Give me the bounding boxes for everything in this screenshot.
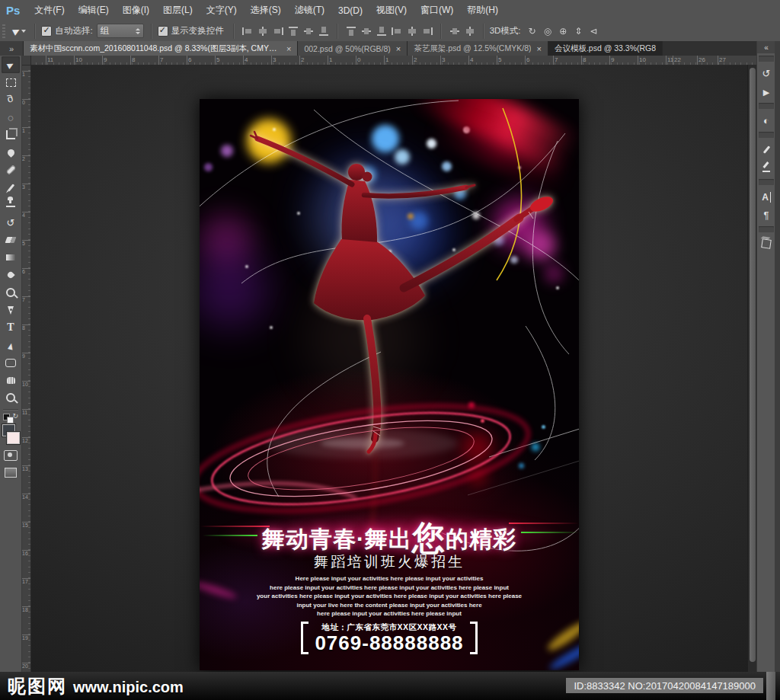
align-center-h-button[interactable] <box>303 27 314 36</box>
menu-item-3[interactable]: 图层(L) <box>156 0 200 21</box>
menu-item-0[interactable]: 文件(F) <box>27 0 71 21</box>
horizontal-ruler[interactable]: 111098765432101234567891011222627 <box>30 56 756 66</box>
actions-panel-button[interactable] <box>757 82 775 101</box>
type-tool[interactable] <box>2 319 20 336</box>
3d-scale-icon[interactable]: ⊲ <box>590 26 597 37</box>
3d-rotate-icon[interactable]: ↻ <box>529 26 536 37</box>
3d-panel-button[interactable] <box>757 235 775 253</box>
align-right-button[interactable] <box>273 27 283 36</box>
align-center-v-button[interactable] <box>257 27 268 36</box>
3d-roll-icon[interactable]: ◎ <box>544 26 551 37</box>
ruler-tick <box>28 347 30 347</box>
move-tool[interactable] <box>2 56 20 73</box>
tab-title: 素材中国sccnn.com_201608011048.psd @ 8.33%(图… <box>30 43 281 54</box>
ruler-label: 20 <box>22 663 28 669</box>
ruler-tick <box>656 62 657 65</box>
menu-item-2[interactable]: 图像(I) <box>116 0 156 21</box>
distribute-left-button[interactable] <box>392 27 402 36</box>
hand-tool[interactable] <box>2 372 20 388</box>
canvas-area[interactable]: 舞动青春·舞出您的精彩 舞蹈培训班火爆招生 Here please input … <box>30 65 747 672</box>
adjustments-panel-button[interactable] <box>757 111 775 129</box>
rect-marquee-tool[interactable] <box>2 74 20 91</box>
distribute-bottom-button[interactable] <box>376 27 387 36</box>
eyedropper-tool[interactable] <box>2 144 20 161</box>
doc-tab-2[interactable]: 茶艺展架.psd @ 12.5%(CMYK/8)× <box>408 41 548 56</box>
menu-item-8[interactable]: 视图(V) <box>369 0 414 21</box>
doc-tab-1[interactable]: 002.psd @ 50%(RGB/8)× <box>298 41 408 56</box>
distribute-center-button[interactable] <box>361 27 372 36</box>
history-brush-tool[interactable] <box>2 214 20 231</box>
ruler-tick <box>28 341 30 342</box>
ruler-corner[interactable] <box>21 56 31 66</box>
pen-tool[interactable] <box>2 302 20 318</box>
paragraph-panel-button[interactable] <box>757 206 775 224</box>
scrollbar-thumb[interactable] <box>750 68 756 662</box>
menu-item-4[interactable]: 文字(Y) <box>200 0 244 21</box>
quick-mask-button[interactable] <box>4 450 18 461</box>
vertical-ruler[interactable]: 101234567891011121314151617181920 <box>21 65 31 672</box>
history-panel-button[interactable] <box>757 64 775 82</box>
menu-item-1[interactable]: 编辑(E) <box>72 0 116 21</box>
menu-item-7[interactable]: 3D(D) <box>331 0 369 21</box>
distribute-center-v-button[interactable] <box>407 27 417 36</box>
stepper-icon <box>136 28 140 34</box>
ruler-label: 6 <box>22 269 25 274</box>
3d-slide-icon[interactable]: ⇕ <box>574 26 582 37</box>
align-left-button[interactable] <box>242 27 253 36</box>
swap-colors-icon[interactable]: ↻ <box>12 412 18 420</box>
ruler-label: 9 <box>611 56 614 63</box>
brush-tool[interactable] <box>2 179 20 196</box>
collapse-panels-icon[interactable] <box>757 41 775 53</box>
spot-healing-tool[interactable] <box>2 161 20 178</box>
eraser-tool[interactable] <box>2 232 20 248</box>
crop-tool[interactable] <box>2 126 20 143</box>
ruler-tick <box>628 62 628 65</box>
options-grip[interactable] <box>2 24 5 38</box>
auto-select-checkbox[interactable] <box>41 26 52 37</box>
ruler-label: 6 <box>188 56 191 63</box>
distribute-right-button[interactable] <box>422 27 433 36</box>
tab-close-icon[interactable]: × <box>536 44 541 53</box>
tab-close-icon[interactable]: × <box>396 44 401 53</box>
clone-stamp-tool[interactable] <box>2 197 20 213</box>
menu-item-5[interactable]: 选择(S) <box>244 0 288 21</box>
menu-item-10[interactable]: 帮助(H) <box>460 0 505 21</box>
doc-tab-0[interactable]: 素材中国sccnn.com_201608011048.psd @ 8.33%(图… <box>24 41 298 56</box>
brush-presets-panel-button[interactable] <box>757 158 775 177</box>
current-tool-preset[interactable]: ▶ <box>10 26 29 36</box>
menu-item-6[interactable]: 滤镜(T) <box>288 0 331 21</box>
default-colors-widget[interactable]: ↻ <box>3 414 18 423</box>
right-panel-strip <box>756 41 775 672</box>
auto-align-button[interactable] <box>449 27 460 36</box>
align-top-button[interactable] <box>288 27 299 36</box>
ruler-tick <box>28 651 30 652</box>
tab-close-icon[interactable]: × <box>286 44 291 53</box>
rounded-rect-tool[interactable] <box>2 354 20 371</box>
color-swatches[interactable] <box>2 424 20 444</box>
zoom-tool[interactable] <box>2 389 20 406</box>
dodge-tool[interactable] <box>2 284 20 301</box>
collapse-tools-icon[interactable] <box>0 41 24 56</box>
divider <box>3 409 18 411</box>
distribute-top-button[interactable] <box>346 27 356 36</box>
menu-item-9[interactable]: 窗口(W) <box>414 0 460 21</box>
screen-mode-button[interactable] <box>5 468 17 478</box>
poster-document[interactable]: 舞动青春·舞出您的精彩 舞蹈培训班火爆招生 Here please input … <box>200 99 579 670</box>
auto-distribute-button[interactable] <box>465 27 475 36</box>
ruler-tick <box>684 62 685 65</box>
character-panel-button[interactable] <box>757 187 775 206</box>
quick-select-tool[interactable] <box>2 109 20 126</box>
gradient-tool[interactable] <box>2 249 20 266</box>
auto-select-dropdown[interactable]: 组 <box>97 24 144 38</box>
ruler-tick <box>28 628 30 629</box>
ruler-tick <box>521 62 522 65</box>
align-bottom-button[interactable] <box>318 27 329 36</box>
show-transform-checkbox[interactable] <box>158 26 168 37</box>
brush-panel-panel-button[interactable] <box>757 140 775 158</box>
path-select-tool[interactable] <box>2 337 20 353</box>
blur-tool[interactable] <box>2 267 20 283</box>
3d-drag-icon[interactable]: ⊕ <box>559 26 567 37</box>
background-color-swatch[interactable] <box>7 432 20 444</box>
doc-tab-3[interactable]: 会议模板.psd @ 33.3%(RG8 <box>548 41 663 56</box>
lasso-tool[interactable] <box>2 91 20 108</box>
